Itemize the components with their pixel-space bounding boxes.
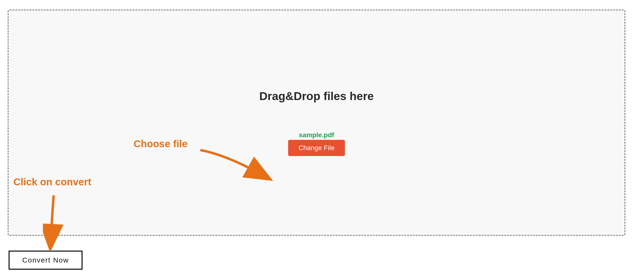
- file-area: sample.pdf Change File: [288, 131, 345, 156]
- change-file-button[interactable]: Change File: [288, 140, 345, 156]
- dropzone-heading: Drag&Drop files here: [259, 90, 374, 103]
- convert-now-button[interactable]: Convert Now: [8, 251, 82, 270]
- selected-file-name: sample.pdf: [299, 131, 334, 139]
- file-dropzone[interactable]: Drag&Drop files here sample.pdf Change F…: [8, 9, 626, 236]
